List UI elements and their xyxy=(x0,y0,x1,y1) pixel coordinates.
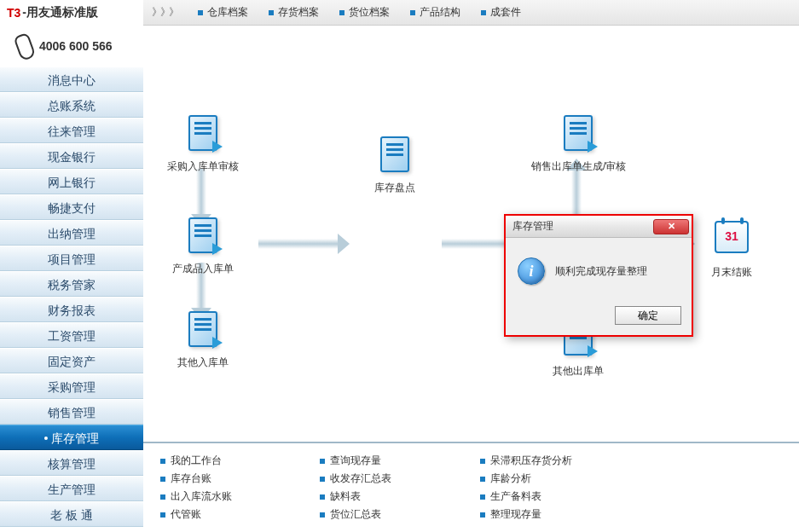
bullet-icon xyxy=(481,10,486,15)
nav-item-9[interactable]: 财务报表 xyxy=(0,297,143,322)
logo-rest: -用友通标准版 xyxy=(22,5,98,20)
bullet-icon xyxy=(320,459,325,464)
bottom-link[interactable]: 库存台账 xyxy=(160,471,303,486)
bullet-icon xyxy=(198,10,203,15)
close-button[interactable]: ✕ xyxy=(653,219,689,234)
toolbar: 》》》 仓库档案 存货档案 货位档案 产品结构 成套件 xyxy=(143,0,799,26)
wf-node-sales-out-audit[interactable]: 销售出库单生成/审核 xyxy=(531,115,625,174)
nav-item-10[interactable]: 工资管理 xyxy=(0,322,143,348)
info-icon xyxy=(518,257,545,285)
document-icon xyxy=(374,136,415,177)
dialog-message: 顺利完成现存量整理 xyxy=(555,264,647,279)
nav-item-1[interactable]: 总账系统 xyxy=(0,92,143,118)
bullet-icon xyxy=(410,10,415,15)
workflow-canvas: 采购入库单审核 产成品入库单 其他入库单 库存盘点 销售出库单生成/审核 材料出… xyxy=(143,26,799,532)
bottom-link[interactable]: 收发存汇总表 xyxy=(320,471,462,486)
dialog-title: 库存管理 xyxy=(512,219,553,234)
nav-item-11[interactable]: 固定资产 xyxy=(0,348,143,373)
bullet-icon xyxy=(480,494,485,500)
bottom-link[interactable]: 查询现存量 xyxy=(320,454,462,468)
nav-item-5[interactable]: 畅捷支付 xyxy=(0,194,143,220)
sidebar: T3 -用友通标准版 4006 600 566 消息中心总账系统往来管理现金银行… xyxy=(0,0,143,532)
ok-button[interactable]: 确定 xyxy=(615,306,681,325)
toolbar-toggle-icon[interactable]: 》》》 xyxy=(152,5,177,20)
bullet-icon xyxy=(320,494,325,500)
nav-item-16[interactable]: 生产管理 xyxy=(0,476,143,501)
nav-item-0[interactable]: 消息中心 xyxy=(0,66,143,92)
bullet-icon xyxy=(269,10,274,15)
bullet-icon xyxy=(160,459,165,464)
wf-node-purchase-in-audit[interactable]: 采购入库单审核 xyxy=(156,115,250,174)
bottom-links: 我的工作台查询现存量呆滞积压存货分析库存台账收发存汇总表库龄分析出入库流水账缺料… xyxy=(143,442,799,532)
phone-icon xyxy=(17,34,32,58)
bottom-link[interactable]: 呆滞积压存货分析 xyxy=(480,454,622,468)
nav-item-6[interactable]: 出纳管理 xyxy=(0,220,143,246)
nav-item-14[interactable]: 库存管理 xyxy=(0,425,143,450)
wf-node-product-in[interactable]: 产成品入库单 xyxy=(156,217,250,276)
main-area: 》》》 仓库档案 存货档案 货位档案 产品结构 成套件 采购入库单审核 xyxy=(143,0,799,532)
bottom-link[interactable]: 生产备料表 xyxy=(480,489,622,504)
nav-item-7[interactable]: 项目管理 xyxy=(0,246,143,271)
nav-list: 消息中心总账系统往来管理现金银行网上银行畅捷支付出纳管理项目管理税务管家财务报表… xyxy=(0,66,143,527)
bullet-icon xyxy=(339,10,344,15)
nav-item-13[interactable]: 销售管理 xyxy=(0,399,143,425)
bullet-icon xyxy=(320,512,325,518)
document-icon xyxy=(182,217,223,258)
logo: T3 -用友通标准版 xyxy=(0,0,143,26)
bullet-icon xyxy=(160,512,165,518)
bullet-icon xyxy=(320,477,325,482)
phone-number: 4006 600 566 xyxy=(39,39,113,53)
arrow-icon xyxy=(196,169,206,216)
dialog-footer: 确定 xyxy=(506,301,692,335)
bottom-link[interactable]: 整理现存量 xyxy=(480,507,622,522)
bottom-link[interactable]: 出入库流水账 xyxy=(160,489,303,504)
bullet-icon xyxy=(480,477,485,482)
bottom-link[interactable]: 货位汇总表 xyxy=(320,507,462,522)
nav-item-2[interactable]: 往来管理 xyxy=(0,118,143,143)
document-icon xyxy=(182,115,223,156)
document-icon xyxy=(182,311,223,352)
document-icon xyxy=(558,115,599,156)
nav-item-4[interactable]: 网上银行 xyxy=(0,169,143,194)
dialog-body: 顺利完成现存量整理 xyxy=(506,238,692,301)
bullet-icon xyxy=(480,512,485,518)
phone-area: 4006 600 566 xyxy=(0,26,143,66)
toolbar-item-location-file[interactable]: 货位档案 xyxy=(331,5,398,20)
toolbar-item-inventory-file[interactable]: 存货档案 xyxy=(260,5,327,20)
bottom-link[interactable]: 库龄分析 xyxy=(480,471,622,486)
nav-item-8[interactable]: 税务管家 xyxy=(0,271,143,297)
bullet-icon xyxy=(160,477,165,482)
bottom-link[interactable]: 代管账 xyxy=(160,507,303,522)
bullet-icon xyxy=(160,494,165,500)
nav-item-15[interactable]: 核算管理 xyxy=(0,450,143,476)
nav-item-17[interactable]: 老 板 通 xyxy=(0,501,143,527)
toolbar-item-warehouse-file[interactable]: 仓库档案 xyxy=(189,5,257,20)
toolbar-item-product-structure[interactable]: 产品结构 xyxy=(402,5,469,20)
nav-item-3[interactable]: 现金银行 xyxy=(0,143,143,169)
bullet-icon xyxy=(480,459,485,464)
calendar-icon xyxy=(711,221,752,262)
nav-item-12[interactable]: 采购管理 xyxy=(0,373,143,399)
dialog-inventory-mgmt: 库存管理 ✕ 顺利完成现存量整理 确定 xyxy=(504,214,693,337)
bottom-link[interactable]: 缺料表 xyxy=(320,489,462,504)
arrow-icon xyxy=(258,239,339,249)
close-icon: ✕ xyxy=(668,221,675,232)
dialog-titlebar[interactable]: 库存管理 ✕ xyxy=(506,216,692,238)
bottom-link[interactable]: 我的工作台 xyxy=(160,454,303,468)
wf-node-month-end-close[interactable]: 月末结账 xyxy=(685,217,779,280)
arrow-icon xyxy=(571,169,582,216)
wf-node-other-in[interactable]: 其他入库单 xyxy=(156,311,250,370)
logo-brand: T3 xyxy=(7,6,20,20)
wf-node-inventory-check[interactable]: 库存盘点 xyxy=(348,136,442,195)
toolbar-item-set-parts[interactable]: 成套件 xyxy=(472,5,530,20)
